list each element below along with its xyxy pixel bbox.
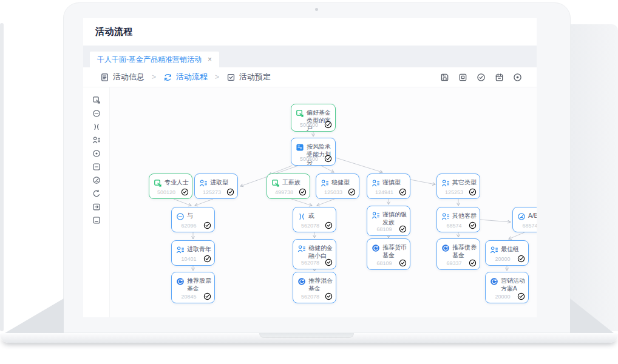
audience-icon <box>321 179 329 187</box>
node-count: 125253 <box>442 189 466 195</box>
tab-label: 千人千面-基金产品精准营销活动 <box>97 55 202 65</box>
node-count: 124941 <box>372 189 396 195</box>
goto-icon[interactable] <box>92 203 101 211</box>
node-label: 谨慎型 <box>382 178 407 186</box>
node-label: 与 <box>187 212 211 220</box>
flow-node-n5[interactable]: 工薪族499738 <box>267 174 310 199</box>
check-badge-icon <box>399 225 407 233</box>
node-count: 62096 <box>177 223 201 229</box>
action-node-icon <box>490 277 498 286</box>
history-check-icon[interactable] <box>477 73 486 82</box>
flow-node-n19[interactable]: 推荐股票基金20845 <box>171 272 215 303</box>
split-node-icon <box>296 143 304 152</box>
audience-icon <box>297 244 306 253</box>
check-badge-icon <box>203 221 211 229</box>
flow-node-n21[interactable]: 营销活动方案A20000 <box>485 272 529 303</box>
breadcrumb-label: 活动信息 <box>113 72 144 83</box>
check-badge-icon <box>324 121 332 129</box>
laptop-hinge-left <box>5 298 64 333</box>
audience-icon[interactable] <box>92 136 101 144</box>
node-label: 其它类型 <box>452 178 477 186</box>
audience-icon <box>372 179 380 187</box>
and-gate-icon <box>176 212 185 221</box>
close-icon[interactable]: × <box>208 56 212 63</box>
flow-node-n6[interactable]: 稳健型125033 <box>316 174 359 199</box>
check-badge-icon <box>226 188 234 196</box>
workspace: 偏好基金类型的客户500500按风险承受能力划分500500专业人士500120… <box>83 87 537 317</box>
audience-icon <box>490 246 498 254</box>
action-node-icon <box>372 244 380 252</box>
audience-icon <box>441 179 450 187</box>
breadcrumb-separator: > <box>215 73 219 81</box>
node-label: A/B测试 <box>528 212 537 220</box>
save-icon[interactable] <box>440 73 449 82</box>
node-label: 最佳组 <box>501 245 525 253</box>
tag-icon[interactable] <box>92 163 101 171</box>
audience-icon <box>176 246 185 254</box>
check-badge-icon <box>324 155 332 163</box>
flow-node-n13[interactable]: A/B测试68574 <box>512 207 537 232</box>
flow-node-n16[interactable]: 推荐货币基金68109 <box>367 238 410 270</box>
tab-campaign[interactable]: 千人千面-基金产品精准营销活动 × <box>90 52 219 67</box>
check-badge-icon <box>517 292 525 300</box>
flow-node-n20[interactable]: 推荐混合基金562078 <box>293 272 336 303</box>
flow-node-n1[interactable]: 偏好基金类型的客户500500 <box>291 104 336 132</box>
node-count: 125273 <box>200 189 224 195</box>
marquee-select-icon[interactable] <box>92 96 101 104</box>
node-count: 499738 <box>272 189 296 195</box>
node-label: 工薪族 <box>282 178 307 186</box>
action-node-icon <box>441 244 450 252</box>
node-label: 营销活动方案A <box>501 277 525 292</box>
node-label: 其他客群 <box>452 212 477 220</box>
flow-node-n7[interactable]: 谨慎型124941 <box>367 174 410 199</box>
check-badge-icon <box>299 188 307 196</box>
or-gate-icon[interactable] <box>92 123 101 131</box>
breadcrumb: 活动信息>活动流程>活动预定 <box>83 67 537 87</box>
schedule-icon[interactable] <box>495 73 504 82</box>
breadcrumb-item-1[interactable]: 活动信息 <box>100 72 144 83</box>
flow-node-n12[interactable]: 其他客群68574 <box>436 207 480 232</box>
breadcrumb-item-2[interactable]: 活动流程 <box>163 72 208 83</box>
breadcrumb-label: 活动预定 <box>239 72 271 83</box>
flow-node-n2[interactable]: 按风险承受能力划分500500 <box>291 138 336 166</box>
rollback-icon[interactable] <box>92 189 101 198</box>
flow-node-n10[interactable]: 或562078 <box>293 207 336 232</box>
node-count: 500500 <box>296 122 322 128</box>
check-badge-icon <box>469 188 477 196</box>
node-count: 10401 <box>177 256 201 262</box>
node-count: 68109 <box>372 226 396 232</box>
flow-node-n18[interactable]: 最佳组20000 <box>485 240 529 266</box>
publish-icon[interactable] <box>513 73 522 82</box>
laptop-camera-icon <box>315 8 318 11</box>
flow-node-n4[interactable]: 进取型125273 <box>194 174 238 199</box>
flow-node-n9[interactable]: 与62096 <box>171 207 215 232</box>
and-gate-icon[interactable] <box>92 109 101 118</box>
node-label: 推荐货币基金 <box>382 243 407 259</box>
select-node-icon <box>154 179 162 187</box>
end-icon[interactable] <box>92 216 101 224</box>
flow-node-n11[interactable]: 谨慎的银发族68109 <box>367 206 410 236</box>
calendar-check-icon <box>226 73 236 82</box>
flow-node-n8[interactable]: 其它类型125253 <box>436 174 480 199</box>
node-count: 68574 <box>518 223 537 229</box>
flow-node-n15[interactable]: 稳健的金融小白562078 <box>293 239 336 269</box>
title-bar: 活动流程 <box>83 18 537 46</box>
check-badge-icon <box>203 255 211 263</box>
node-count: 562078 <box>298 223 322 229</box>
target-icon[interactable] <box>92 149 101 158</box>
ab-test-icon[interactable] <box>92 176 101 184</box>
laptop-notch <box>259 333 354 338</box>
select-node-icon <box>271 179 280 187</box>
breadcrumb-separator: > <box>152 73 156 81</box>
page-title: 活动流程 <box>95 26 133 38</box>
node-label: 稳健型 <box>331 178 356 186</box>
check-badge-icon <box>203 292 211 300</box>
flow-node-n14[interactable]: 进取青年10401 <box>171 240 215 266</box>
node-label: 或 <box>308 212 333 220</box>
flow-node-n3[interactable]: 专业人士500120 <box>149 174 192 199</box>
breadcrumb-item-3[interactable]: 活动预定 <box>226 72 271 83</box>
copy-icon[interactable] <box>458 73 467 82</box>
flow-node-n17[interactable]: 推荐债券基金69337 <box>436 238 480 270</box>
check-badge-icon <box>325 258 333 266</box>
flow-canvas[interactable]: 偏好基金类型的客户500500按风险承受能力划分500500专业人士500120… <box>110 87 537 317</box>
